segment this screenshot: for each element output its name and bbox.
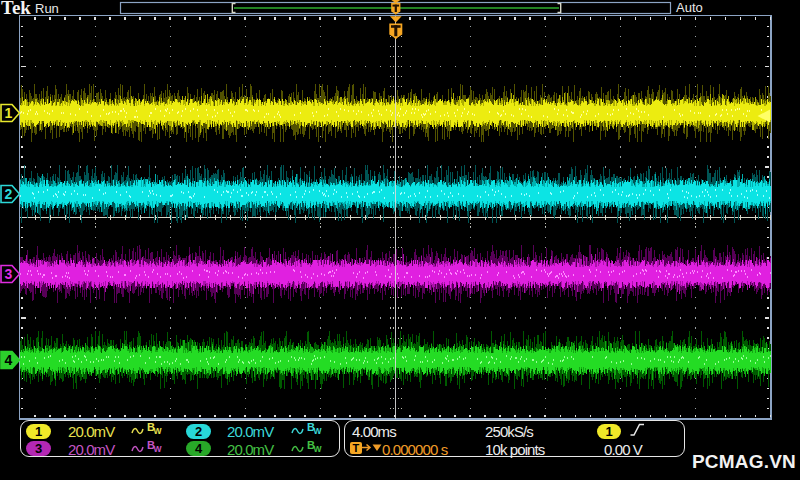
- svg-text:1: 1: [5, 105, 13, 121]
- svg-text:2: 2: [5, 186, 13, 202]
- svg-text:4: 4: [5, 352, 13, 368]
- svg-text:3: 3: [5, 266, 13, 282]
